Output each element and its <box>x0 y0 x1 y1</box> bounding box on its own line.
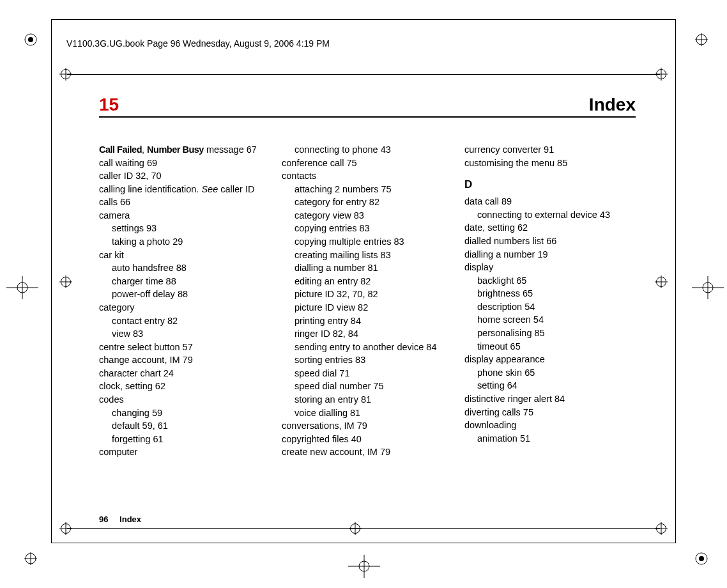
reg-cross-right <box>689 275 727 303</box>
index-subentry: copying multiple entries 83 <box>282 235 453 249</box>
index-entry: display appearance <box>464 353 636 366</box>
index-column-3: currency converter 91 customising the me… <box>464 143 636 459</box>
crop-cross-icon <box>59 275 72 288</box>
reg-cross-left <box>0 275 45 303</box>
page-content: 15 Index Call Failed, Number Busy messag… <box>99 95 636 459</box>
index-entry: display <box>464 261 636 274</box>
index-entry: copyrighted files 40 <box>282 433 453 446</box>
index-entry: call waiting 69 <box>99 157 270 170</box>
index-subentry: speed dial 71 <box>282 367 453 380</box>
guide-line <box>67 74 660 75</box>
crop-mark-bottom-right <box>694 551 709 569</box>
index-subentry: auto handsfree 88 <box>99 261 270 275</box>
crop-mark-top-right <box>694 32 709 50</box>
index-entry: dialled numbers list 66 <box>464 235 636 248</box>
index-entry: codes <box>99 393 270 406</box>
index-column-2: connecting to phone 43 conference call 7… <box>282 143 453 459</box>
crop-cross-icon <box>349 522 362 535</box>
index-subentry: settings 93 <box>99 222 270 235</box>
chapter-title: Index <box>589 95 636 115</box>
index-columns: Call Failed, Number Busy message 67 call… <box>99 143 636 459</box>
index-entry: character chart 24 <box>99 367 270 380</box>
index-entry: calling line identification. See caller … <box>99 183 270 196</box>
index-entry: customising the menu 85 <box>464 157 636 170</box>
index-subentry: default 59, 61 <box>99 419 270 433</box>
footer-section-label: Index <box>119 514 141 524</box>
page-number: 96 <box>99 514 108 524</box>
index-subentry: category for entry 82 <box>282 196 453 209</box>
index-subentry: brightness 65 <box>464 287 636 300</box>
svg-point-1 <box>28 37 33 42</box>
index-subentry: creating mailing lists 83 <box>282 249 453 262</box>
index-subentry: description 54 <box>464 300 636 314</box>
crop-cross-icon <box>655 522 668 535</box>
index-entry: caller ID 32, 70 <box>99 169 270 183</box>
index-subentry: timeout 65 <box>464 340 636 353</box>
page-footer: 96 Index <box>99 514 141 524</box>
index-entry: calls 66 <box>99 196 270 209</box>
index-subentry: connecting to phone 43 <box>282 143 453 157</box>
index-subentry: contact entry 82 <box>99 314 270 328</box>
index-subentry: copying entries 83 <box>282 222 453 235</box>
document-header: V1100.3G.UG.book Page 96 Wednesday, Augu… <box>66 38 330 49</box>
index-entry: dialling a number 19 <box>464 248 636 261</box>
index-entry: centre select button 57 <box>99 341 270 354</box>
chapter-number: 15 <box>99 95 119 115</box>
index-subentry: printing entry 84 <box>282 314 453 328</box>
index-subentry: home screen 54 <box>464 313 636 327</box>
index-entry: camera <box>99 209 270 222</box>
svg-point-9 <box>699 556 704 561</box>
index-entry: category <box>99 301 270 314</box>
index-subentry: personalising 85 <box>464 327 636 340</box>
index-subentry: sending entry to another device 84 <box>282 341 453 354</box>
index-subentry: category view 83 <box>282 209 453 222</box>
crop-mark-top-left <box>23 32 38 50</box>
index-entry: clock, setting 62 <box>99 380 270 393</box>
index-term-bold: Number Busy <box>147 144 204 155</box>
index-subentry: storing an entry 81 <box>282 393 453 406</box>
index-entry: date, setting 62 <box>464 221 636 235</box>
index-entry: computer <box>99 445 270 459</box>
index-subentry: setting 64 <box>464 379 636 392</box>
index-entry: Call Failed, Number Busy message 67 <box>99 143 270 157</box>
index-entry: contacts <box>282 169 453 183</box>
index-subentry: picture ID 32, 70, 82 <box>282 288 453 301</box>
index-subentry: connecting to external device 43 <box>464 208 636 222</box>
crop-cross-icon <box>59 522 72 535</box>
index-subentry: picture ID view 82 <box>282 301 453 314</box>
index-entry: currency converter 91 <box>464 143 636 157</box>
reg-cross-bottom <box>345 553 383 582</box>
index-subentry: dialling a number 81 <box>282 261 453 275</box>
see-reference: See <box>201 184 218 194</box>
index-entry: diverting calls 75 <box>464 406 636 419</box>
index-subentry: phone skin 65 <box>464 366 636 380</box>
index-subentry: backlight 65 <box>464 274 636 288</box>
index-subentry: editing an entry 82 <box>282 275 453 288</box>
crop-mark-bottom-left <box>23 551 38 569</box>
index-entry: car kit <box>99 249 270 262</box>
index-subentry: view 83 <box>99 327 270 341</box>
index-subentry: changing 59 <box>99 406 270 420</box>
index-subentry: forgetting 61 <box>99 433 270 446</box>
index-term-bold: Call Failed <box>99 144 142 155</box>
index-subentry: power-off delay 88 <box>99 288 270 301</box>
index-subentry: ringer ID 82, 84 <box>282 327 453 341</box>
index-entry: create new account, IM 79 <box>282 445 453 459</box>
index-entry: data call 89 <box>464 195 636 208</box>
index-column-1: Call Failed, Number Busy message 67 call… <box>99 143 270 459</box>
index-subentry: speed dial number 75 <box>282 380 453 393</box>
crop-cross-icon <box>655 275 668 288</box>
index-subentry: taking a photo 29 <box>99 235 270 249</box>
index-subentry: attaching 2 numbers 75 <box>282 183 453 196</box>
index-subentry: animation 51 <box>464 432 636 445</box>
index-entry: change account, IM 79 <box>99 353 270 367</box>
index-letter-heading: D <box>464 177 636 192</box>
index-subentry: charger time 88 <box>99 275 270 288</box>
guide-line <box>67 528 660 529</box>
index-entry: downloading <box>464 419 636 432</box>
index-entry: conversations, IM 79 <box>282 419 453 433</box>
index-subentry: sorting entries 83 <box>282 353 453 367</box>
chapter-heading-row: 15 Index <box>99 95 636 118</box>
index-entry: conference call 75 <box>282 157 453 170</box>
index-subentry: voice dialling 81 <box>282 406 453 420</box>
